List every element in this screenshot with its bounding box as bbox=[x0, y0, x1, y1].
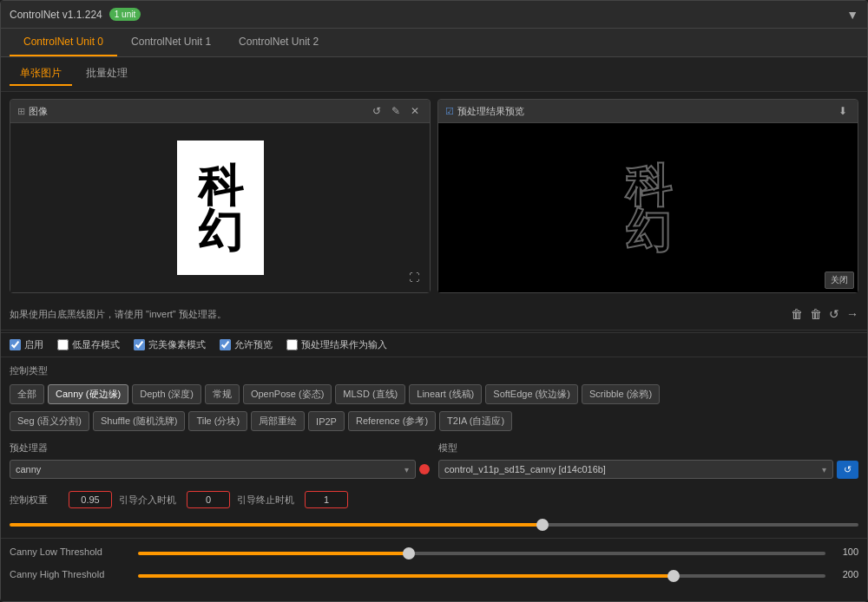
start-guidance-label: 引导介入时机 bbox=[119, 494, 180, 507]
ctrl-openpose[interactable]: OpenPose (姿态) bbox=[243, 384, 332, 404]
app-title: ControlNet v1.1.224 bbox=[10, 9, 102, 21]
image-panel-title-area: ⊞ 图像 bbox=[17, 105, 48, 118]
sub-tab-batch[interactable]: 批量处理 bbox=[76, 62, 138, 86]
end-guidance-label: 引导终止时机 bbox=[237, 494, 298, 507]
model-select-wrapper: control_v11p_sd15_canny [d14c016b] ↺ bbox=[438, 460, 858, 479]
tab-unit2[interactable]: ControlNet Unit 2 bbox=[225, 29, 332, 56]
ctrl-seg[interactable]: Seg (语义分割) bbox=[10, 411, 89, 431]
expand-icon[interactable]: ⛶ bbox=[405, 270, 423, 285]
canny-low-slider[interactable] bbox=[138, 552, 825, 555]
sub-tab-single[interactable]: 单张图片 bbox=[10, 62, 72, 86]
edit-button[interactable]: ✎ bbox=[388, 103, 404, 119]
start-guidance-input[interactable] bbox=[187, 491, 230, 508]
control-weight-slider-row bbox=[1, 514, 867, 536]
action-icons: 🗑 🗑 ↺ → bbox=[791, 307, 858, 321]
ctrl-t2ia[interactable]: T2IA (自适应) bbox=[439, 411, 512, 431]
ctrl-ip2p[interactable]: IP2P bbox=[308, 411, 345, 431]
canny-low-row: Canny Low Threshold 100 bbox=[1, 540, 867, 563]
image-input-panel: ⊞ 图像 ↺ ✎ ✕ 科 幻 bbox=[10, 99, 431, 293]
image-canvas[interactable]: 科 幻 ⛶ bbox=[10, 123, 430, 292]
trash-icon-1[interactable]: 🗑 bbox=[791, 307, 803, 321]
preprocessor-select-wrapper: canny bbox=[10, 460, 430, 479]
ctrl-depth[interactable]: Depth (深度) bbox=[132, 384, 201, 404]
allow-preview-input[interactable] bbox=[220, 339, 231, 350]
preview-panel-actions: ⬇ bbox=[835, 103, 851, 119]
image-panel-header: ⊞ 图像 ↺ ✎ ✕ bbox=[10, 100, 430, 123]
close-image-button[interactable]: ✕ bbox=[407, 103, 423, 119]
close-preview-button[interactable]: 关闭 bbox=[825, 272, 854, 289]
grid-icon: ⊞ bbox=[17, 106, 25, 117]
ctrl-mlsd[interactable]: MLSD (直线) bbox=[335, 384, 405, 404]
preprocess-result-input[interactable] bbox=[286, 339, 298, 350]
red-dot-indicator bbox=[419, 464, 430, 474]
trash-icon-2[interactable]: 🗑 bbox=[810, 307, 822, 321]
collapse-arrow[interactable]: ▼ bbox=[846, 8, 858, 22]
control-type-title: 控制类型 bbox=[1, 357, 867, 381]
enable-checkbox[interactable]: 启用 bbox=[10, 338, 43, 351]
preview-char-display: 科 幻 bbox=[626, 163, 671, 253]
image-row: ⊞ 图像 ↺ ✎ ✕ 科 幻 bbox=[1, 92, 867, 300]
checkboxes-row: 启用 低显存模式 完美像素模式 允许预览 预处理结果作为输入 bbox=[1, 332, 867, 357]
preprocessor-label: 预处理器 bbox=[10, 442, 430, 455]
model-label: 模型 bbox=[438, 442, 858, 455]
low-vram-label: 低显存模式 bbox=[72, 338, 120, 351]
control-weight-row: 控制权重 引导介入时机 引导终止时机 bbox=[1, 482, 867, 514]
ctrl-canny[interactable]: Canny (硬边缘) bbox=[48, 384, 128, 404]
perfect-pixel-checkbox[interactable]: 完美像素模式 bbox=[134, 338, 206, 351]
refresh-icon[interactable]: ↺ bbox=[829, 307, 839, 321]
ctrl-shuffle[interactable]: Shuffle (随机洗牌) bbox=[93, 411, 185, 431]
send-icon[interactable]: → bbox=[846, 307, 858, 321]
preview-panel-label: 预处理结果预览 bbox=[457, 105, 524, 118]
canny-high-row: Canny High Threshold 200 bbox=[1, 563, 867, 586]
end-guidance-input[interactable] bbox=[305, 491, 348, 508]
model-col: 模型 control_v11p_sd15_canny [d14c016b] ↺ bbox=[438, 442, 858, 479]
preview-image-canvas: 科 幻 关闭 bbox=[438, 123, 858, 292]
preview-panel-title-area: ☑ 预处理结果预览 bbox=[445, 105, 524, 118]
preview-panel-header: ☑ 预处理结果预览 ⬇ bbox=[438, 100, 858, 123]
ctrl-scribble[interactable]: Scribble (涂鸦) bbox=[582, 384, 660, 404]
image-panel-actions: ↺ ✎ ✕ bbox=[369, 103, 423, 119]
model-refresh-button[interactable]: ↺ bbox=[837, 461, 858, 479]
preprocessor-model-row: 预处理器 canny 模型 control_v11p_sd15_canny [d bbox=[1, 435, 867, 482]
enable-input[interactable] bbox=[10, 339, 21, 350]
unit-badge: 1 unit bbox=[109, 8, 141, 21]
refresh-button[interactable]: ↺ bbox=[369, 103, 385, 119]
preview-checkbox-icon: ☑ bbox=[445, 106, 454, 117]
ctrl-softedge[interactable]: SoftEdge (软边缘) bbox=[485, 384, 578, 404]
uploaded-image: 科 幻 bbox=[177, 141, 264, 275]
enable-label: 启用 bbox=[24, 338, 43, 351]
control-types-row2: Seg (语义分割) Shuffle (随机洗牌) Tile (分块) 局部重绘… bbox=[1, 408, 867, 435]
perfect-pixel-input[interactable] bbox=[134, 339, 145, 350]
ctrl-reference[interactable]: Reference (参考) bbox=[348, 411, 436, 431]
canny-high-slider-wrap bbox=[138, 568, 825, 580]
allow-preview-checkbox[interactable]: 允许预览 bbox=[220, 338, 273, 351]
main-tabs: ControlNet Unit 0 ControlNet Unit 1 Cont… bbox=[1, 29, 867, 57]
ctrl-tile[interactable]: Tile (分块) bbox=[188, 411, 247, 431]
control-weight-slider[interactable] bbox=[10, 523, 858, 527]
preprocess-result-label: 预处理结果作为输入 bbox=[301, 338, 387, 351]
control-types-row1: 全部 Canny (硬边缘) Depth (深度) 常规 OpenPose (姿… bbox=[1, 381, 867, 408]
image-panel-label: 图像 bbox=[29, 105, 48, 118]
control-weight-label: 控制权重 bbox=[10, 494, 62, 507]
preprocessor-select[interactable]: canny bbox=[10, 460, 416, 479]
low-vram-input[interactable] bbox=[57, 339, 69, 350]
canny-high-label: Canny High Threshold bbox=[10, 569, 131, 579]
canny-low-slider-wrap bbox=[138, 546, 825, 558]
ctrl-normal[interactable]: 常规 bbox=[205, 384, 240, 404]
canny-high-slider[interactable] bbox=[138, 574, 825, 578]
download-preview-button[interactable]: ⬇ bbox=[835, 103, 851, 119]
title-bar: ControlNet v1.1.224 1 unit ▼ bbox=[1, 1, 867, 29]
model-select[interactable]: control_v11p_sd15_canny [d14c016b] bbox=[438, 460, 833, 479]
allow-preview-label: 允许预览 bbox=[234, 338, 273, 351]
tab-unit1[interactable]: ControlNet Unit 1 bbox=[117, 29, 225, 56]
model-select-container: control_v11p_sd15_canny [d14c016b] bbox=[438, 460, 833, 479]
ctrl-all[interactable]: 全部 bbox=[10, 384, 44, 404]
preprocessor-col: 预处理器 canny bbox=[10, 442, 430, 479]
sub-tabs: 单张图片 批量处理 bbox=[1, 57, 867, 92]
preprocess-result-checkbox[interactable]: 预处理结果作为输入 bbox=[286, 338, 387, 351]
ctrl-inpaint[interactable]: 局部重绘 bbox=[251, 411, 305, 431]
control-weight-input[interactable] bbox=[69, 491, 112, 508]
ctrl-lineart[interactable]: Lineart (线稿) bbox=[409, 384, 482, 404]
low-vram-checkbox[interactable]: 低显存模式 bbox=[57, 338, 120, 351]
tab-unit0[interactable]: ControlNet Unit 0 bbox=[10, 29, 117, 56]
